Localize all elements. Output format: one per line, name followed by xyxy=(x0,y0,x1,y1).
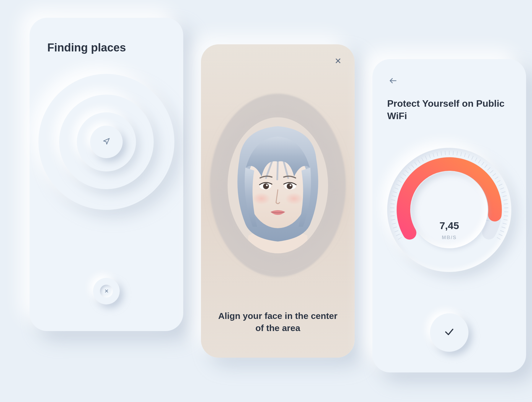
svg-line-31 xyxy=(411,165,414,168)
svg-line-61 xyxy=(503,200,507,200)
close-icon: ✕ xyxy=(100,285,113,298)
svg-line-21 xyxy=(391,200,395,200)
wifi-title: Protect Yourself on Public WiFi xyxy=(387,98,508,122)
svg-line-25 xyxy=(396,184,400,186)
svg-line-59 xyxy=(502,192,505,193)
face-preview xyxy=(228,117,328,253)
svg-line-60 xyxy=(503,196,507,197)
svg-line-57 xyxy=(499,184,502,186)
svg-line-42 xyxy=(453,151,453,155)
svg-line-20 xyxy=(390,204,395,204)
speed-gauge: 7,45 MB/S xyxy=(387,148,511,272)
svg-line-29 xyxy=(405,170,408,173)
gauge-unit: MB/S xyxy=(387,235,511,241)
svg-point-7 xyxy=(287,183,293,189)
svg-point-9 xyxy=(290,184,291,186)
gauge-value: 7,45 xyxy=(387,220,511,231)
svg-line-65 xyxy=(504,215,508,216)
svg-line-24 xyxy=(395,188,398,189)
svg-line-51 xyxy=(485,165,487,168)
svg-line-50 xyxy=(481,162,484,165)
svg-line-45 xyxy=(464,153,466,157)
svg-line-58 xyxy=(500,188,504,189)
svg-point-8 xyxy=(266,184,268,186)
screen-face-align: ✕ xyxy=(201,44,355,358)
cancel-button[interactable]: ✕ xyxy=(93,278,120,304)
svg-line-40 xyxy=(445,151,445,155)
finding-places-title: Finding places xyxy=(47,41,126,54)
svg-line-22 xyxy=(392,196,396,197)
locate-button[interactable] xyxy=(90,126,123,158)
svg-line-47 xyxy=(472,156,473,160)
svg-point-2 xyxy=(253,193,270,205)
svg-line-19 xyxy=(390,208,394,208)
svg-line-43 xyxy=(457,151,458,155)
svg-line-33 xyxy=(418,160,420,163)
svg-line-37 xyxy=(433,153,434,157)
svg-line-49 xyxy=(479,160,481,163)
face-instruction: Align your face in the center of the are… xyxy=(201,310,355,334)
svg-line-28 xyxy=(403,174,406,176)
arrow-left-icon xyxy=(389,76,398,86)
svg-line-46 xyxy=(468,154,470,158)
svg-point-3 xyxy=(285,193,303,205)
svg-line-54 xyxy=(493,174,496,176)
svg-line-56 xyxy=(497,180,500,182)
check-icon xyxy=(444,327,455,338)
svg-line-48 xyxy=(475,158,477,161)
svg-line-23 xyxy=(393,192,397,193)
back-button[interactable] xyxy=(387,75,399,87)
svg-line-53 xyxy=(490,170,493,173)
svg-line-30 xyxy=(408,167,411,170)
radar-rings xyxy=(38,74,174,210)
svg-line-27 xyxy=(400,177,404,179)
svg-point-6 xyxy=(263,183,269,189)
location-arrow-icon xyxy=(103,137,110,146)
svg-line-35 xyxy=(425,156,427,160)
svg-line-18 xyxy=(390,212,394,212)
svg-line-32 xyxy=(414,162,417,165)
svg-line-26 xyxy=(398,180,402,182)
close-icon: ✕ xyxy=(335,56,341,66)
svg-line-62 xyxy=(504,204,508,204)
svg-line-34 xyxy=(421,158,424,161)
screen-finding-places: Finding places ✕ xyxy=(30,18,183,331)
svg-line-44 xyxy=(461,152,462,156)
close-button[interactable]: ✕ xyxy=(335,56,341,66)
svg-line-55 xyxy=(495,177,498,179)
confirm-button[interactable] xyxy=(430,313,468,352)
svg-line-52 xyxy=(487,167,490,170)
svg-line-38 xyxy=(437,152,438,156)
svg-line-64 xyxy=(504,212,508,212)
screen-wifi-speed: Protect Yourself on Public WiFi 7,45 MB/… xyxy=(372,59,526,372)
svg-line-39 xyxy=(441,151,442,155)
svg-line-17 xyxy=(390,215,395,216)
svg-line-36 xyxy=(429,154,431,158)
svg-line-63 xyxy=(504,208,508,208)
